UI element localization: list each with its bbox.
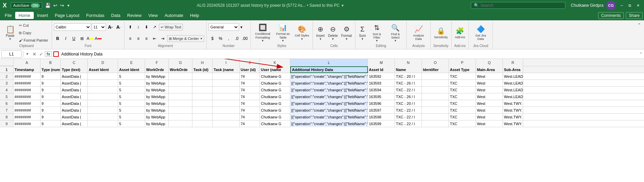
col-header-J[interactable]: J <box>240 59 260 66</box>
cell-D6[interactable] <box>88 100 118 107</box>
cell-F2[interactable]: by WebApp <box>145 73 169 80</box>
align-top-button[interactable]: ⬆ <box>127 23 134 31</box>
cell-A8[interactable]: ######## <box>14 114 41 120</box>
cell-P1[interactable]: Asset Type <box>449 66 476 73</box>
decrease-decimal-button[interactable]: .0 <box>233 35 240 42</box>
cell-R9[interactable]: West.TWY. 3 <box>503 120 523 127</box>
cell-D4[interactable] <box>88 87 118 93</box>
format-button[interactable]: ⚙ Format ▼ <box>340 23 353 43</box>
cell-D1[interactable]: Asset Ident <box>88 66 118 73</box>
cell-M4[interactable]: 163594 <box>368 87 395 93</box>
cell-K3[interactable]: Chutkaew G <box>260 80 290 87</box>
currency-button[interactable]: $ <box>209 35 216 42</box>
cell-C6[interactable]: AssetData ( <box>61 100 88 107</box>
menu-insert[interactable]: Insert <box>34 12 52 19</box>
col-header-N[interactable]: N <box>395 59 422 66</box>
cell-M2[interactable]: 163592 <box>368 73 395 80</box>
cell-P6[interactable]: TXC <box>449 100 476 107</box>
cell-N5[interactable]: TXC - 26 / l <box>395 93 422 100</box>
cell-Q2[interactable]: West <box>476 73 503 80</box>
cell-E8[interactable]: 5 <box>118 114 145 120</box>
cell-R8[interactable]: West.TWY. 3 <box>503 114 523 120</box>
cell-K4[interactable]: Chutkaew G <box>260 87 290 93</box>
cell-L8[interactable]: [{"operation":"create","changes":[{"fiel… <box>290 114 368 120</box>
cell-K8[interactable]: Chutkaew G <box>260 114 290 120</box>
cell-L3[interactable]: [{"operation":"create","changes":[{"fiel… <box>290 80 368 87</box>
col-header-B[interactable]: B <box>41 59 61 66</box>
cell-M6[interactable]: 163596 <box>368 100 395 107</box>
cell-M5[interactable]: 163595 <box>368 93 395 100</box>
menu-data[interactable]: Data <box>108 12 124 19</box>
cell-L6[interactable]: [{"operation":"create","changes":[{"fiel… <box>290 100 368 107</box>
cell-J4[interactable]: 74 <box>240 87 260 93</box>
font-size-select[interactable]: 11 <box>92 23 106 31</box>
cell-R5[interactable]: West.LEAD 3 <box>503 93 523 100</box>
menu-help[interactable]: Help <box>187 12 203 19</box>
minimize-icon[interactable]: ─ <box>618 2 625 9</box>
row-num-6[interactable]: 6 <box>0 100 14 107</box>
save-icon[interactable]: 💾 <box>45 3 51 8</box>
cell-Q8[interactable]: West <box>476 114 503 120</box>
cell-R7[interactable]: West.TWY. 3 <box>503 107 523 114</box>
cell-F4[interactable]: by WebApp <box>145 87 169 93</box>
cell-D2[interactable] <box>88 73 118 80</box>
cell-O8[interactable] <box>422 114 449 120</box>
cell-A1[interactable]: Timestamp <box>14 66 41 73</box>
cell-H6[interactable] <box>192 100 213 107</box>
redo-icon[interactable]: ↪ <box>60 3 64 8</box>
cell-R1[interactable]: Sub-Area <box>503 66 523 73</box>
cell-F6[interactable]: by WebApp <box>145 100 169 107</box>
cell-J5[interactable]: 74 <box>240 93 260 100</box>
cell-A3[interactable]: ######## <box>14 80 41 87</box>
row-num-8[interactable]: 8 <box>0 114 14 120</box>
cell-L1[interactable]: Additional History Data <box>290 66 368 73</box>
cell-L9[interactable]: [{"operation":"create","changes":[{"fiel… <box>290 120 368 127</box>
cell-I8[interactable] <box>213 114 240 120</box>
cell-E6[interactable]: 5 <box>118 100 145 107</box>
cell-L7[interactable]: [{"operation":"create","changes":[{"fiel… <box>290 107 368 114</box>
cell-O3[interactable] <box>422 80 449 87</box>
col-header-F[interactable]: F <box>145 59 169 66</box>
menu-review[interactable]: Review <box>124 12 145 19</box>
cell-H1[interactable]: Task (id) <box>192 66 213 73</box>
paste-dropdown-icon[interactable]: ▼ <box>9 38 11 41</box>
cell-O9[interactable] <box>422 120 449 127</box>
cell-P4[interactable]: TXC <box>449 87 476 93</box>
cell-L4[interactable]: [{"operation":"create","changes":[{"fiel… <box>290 87 368 93</box>
cell-Q1[interactable]: Main-Area <box>476 66 503 73</box>
font-color-button[interactable]: A <box>95 35 102 42</box>
col-header-C[interactable]: C <box>61 59 88 66</box>
cell-F8[interactable]: by WebApp <box>145 114 169 120</box>
cell-N9[interactable]: TXC - 22 / l <box>395 120 422 127</box>
cell-B3[interactable]: 9 <box>41 80 61 87</box>
cell-R2[interactable]: West.LEAD 3 <box>503 73 523 80</box>
cell-M7[interactable]: 163597 <box>368 107 395 114</box>
cell-O4[interactable] <box>422 87 449 93</box>
col-header-A[interactable]: A <box>14 59 41 66</box>
cell-K9[interactable]: Chutkaew G <box>260 120 290 127</box>
cut-button[interactable]: ✂ Cut <box>18 22 50 29</box>
col-header-P[interactable]: P <box>449 59 476 66</box>
cell-Q7[interactable]: West <box>476 107 503 114</box>
cell-C5[interactable]: AssetData ( <box>61 93 88 100</box>
cell-A6[interactable]: ######## <box>14 100 41 107</box>
font-family-select[interactable]: Calibri <box>54 23 91 31</box>
align-right-button[interactable]: ≡ <box>143 35 150 42</box>
cell-O6[interactable] <box>422 100 449 107</box>
cell-H7[interactable] <box>192 107 213 114</box>
cell-I5[interactable] <box>213 93 240 100</box>
cell-B4[interactable]: 9 <box>41 87 61 93</box>
percent-button[interactable]: % <box>217 35 224 42</box>
cell-I2[interactable] <box>213 73 240 80</box>
cell-P7[interactable]: TXC <box>449 107 476 114</box>
cell-L2[interactable]: [{"operation":"create","changes":[{"fiel… <box>290 73 368 80</box>
cell-C2[interactable]: AssetData ( <box>61 73 88 80</box>
cell-F7[interactable]: by WebApp <box>145 107 169 114</box>
menu-page-layout[interactable]: Page Layout <box>51 12 83 19</box>
copy-button[interactable]: ⧉ Copy <box>18 29 50 36</box>
col-header-K[interactable]: K <box>260 59 290 66</box>
cell-D9[interactable] <box>88 120 118 127</box>
cell-K6[interactable]: Chutkaew G <box>260 100 290 107</box>
cell-D5[interactable] <box>88 93 118 100</box>
menu-view[interactable]: View <box>145 12 161 19</box>
